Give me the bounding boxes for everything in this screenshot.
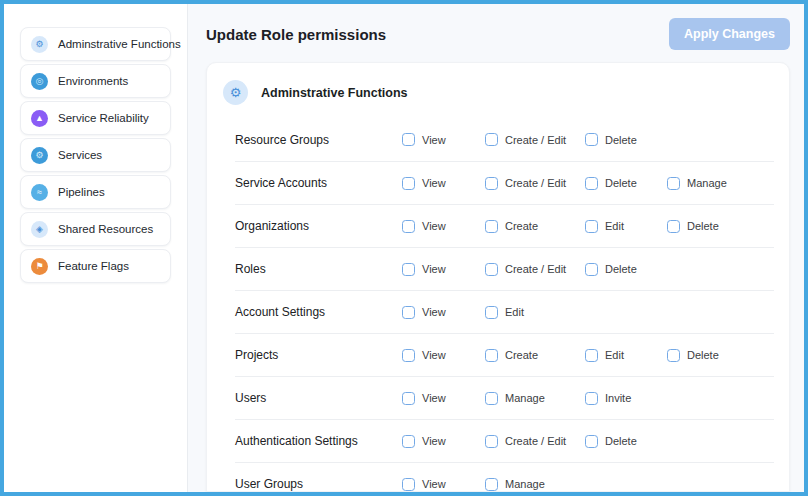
permission-label: Create / Edit: [505, 134, 566, 146]
permission-label: Edit: [605, 349, 624, 361]
permissions-card-title: Adminstrative Functions: [261, 86, 408, 100]
permission-checkbox[interactable]: [667, 220, 680, 233]
permission-label: View: [422, 435, 446, 447]
permission-checkbox[interactable]: [402, 306, 415, 319]
table-row: Account Settings View Edit: [235, 290, 774, 333]
permission-cell: Edit: [585, 220, 667, 233]
resource-label: Projects: [235, 348, 402, 362]
main-header: Update Role permissions Apply Changes: [188, 4, 804, 62]
gear-icon: ⚙: [223, 80, 248, 105]
table-row: Organizations View Create Edit Delete: [235, 204, 774, 247]
app-window: ⚙ Adminstrative Functions ◎ Environments…: [0, 0, 808, 496]
permission-cell: Edit: [585, 349, 667, 362]
permission-checkbox[interactable]: [667, 177, 680, 190]
permission-label: Delete: [605, 134, 637, 146]
permission-checkbox[interactable]: [485, 306, 498, 319]
permission-checkbox[interactable]: [485, 177, 498, 190]
resource-label: Roles: [235, 262, 402, 276]
environments-icon: ◎: [31, 73, 48, 90]
permission-label: View: [422, 392, 446, 404]
permission-checkbox[interactable]: [485, 263, 498, 276]
sidebar-item-feature-flags[interactable]: ⚑ Feature Flags: [20, 249, 171, 283]
permission-cell: View: [402, 220, 485, 233]
table-row: Projects View Create Edit Delete: [235, 333, 774, 376]
sidebar-item-service-reliability[interactable]: ▲ Service Reliability: [20, 101, 171, 135]
services-icon: ⚙: [31, 147, 48, 164]
permission-checkbox[interactable]: [485, 220, 498, 233]
feature-flags-icon: ⚑: [31, 258, 48, 275]
permission-label: Manage: [505, 392, 545, 404]
table-row: Roles View Create / Edit Delete: [235, 247, 774, 290]
permission-cell: View: [402, 478, 485, 491]
permission-label: Delete: [605, 263, 637, 275]
resource-label: Authentication Settings: [235, 434, 402, 448]
permissions-card-header: ⚙ Adminstrative Functions: [207, 63, 789, 118]
permission-cell: Create: [485, 220, 585, 233]
permission-label: Delete: [687, 349, 719, 361]
permission-label: Create / Edit: [505, 435, 566, 447]
permission-checkbox[interactable]: [485, 435, 498, 448]
service-reliability-icon: ▲: [31, 110, 48, 127]
table-row: Service Accounts View Create / Edit Dele…: [235, 161, 774, 204]
permission-checkbox[interactable]: [585, 349, 598, 362]
permission-label: View: [422, 306, 446, 318]
permission-checkbox[interactable]: [402, 392, 415, 405]
permission-cell: View: [402, 133, 485, 146]
permission-checkbox[interactable]: [585, 177, 598, 190]
permission-checkbox[interactable]: [485, 392, 498, 405]
permission-checkbox[interactable]: [667, 349, 680, 362]
permission-cell: Create: [485, 349, 585, 362]
resource-label: Organizations: [235, 219, 402, 233]
shared-resources-icon: ◈: [31, 221, 48, 238]
permission-cell: Create / Edit: [485, 133, 585, 146]
permission-label: View: [422, 177, 446, 189]
resource-label: User Groups: [235, 477, 402, 491]
permission-cell: Create / Edit: [485, 177, 585, 190]
permission-cell: Delete: [667, 220, 774, 233]
permission-checkbox[interactable]: [585, 392, 598, 405]
permission-checkbox[interactable]: [402, 349, 415, 362]
permission-label: Create / Edit: [505, 177, 566, 189]
permission-checkbox[interactable]: [585, 263, 598, 276]
permission-checkbox[interactable]: [585, 220, 598, 233]
table-row: Users View Manage Invite: [235, 376, 774, 419]
sidebar-item-services[interactable]: ⚙ Services: [20, 138, 171, 172]
permission-label: Delete: [605, 435, 637, 447]
permission-cell: Delete: [585, 263, 667, 276]
apply-changes-button[interactable]: Apply Changes: [669, 18, 790, 50]
permission-label: View: [422, 220, 446, 232]
permission-checkbox[interactable]: [402, 435, 415, 448]
permission-checkbox[interactable]: [402, 220, 415, 233]
sidebar-item-shared-resources[interactable]: ◈ Shared Resources: [20, 212, 171, 246]
permission-label: View: [422, 349, 446, 361]
permission-checkbox[interactable]: [585, 133, 598, 146]
sidebar-item-pipelines[interactable]: ≈ Pipelines: [20, 175, 171, 209]
permission-checkbox[interactable]: [402, 177, 415, 190]
permission-checkbox[interactable]: [402, 478, 415, 491]
permission-label: Create: [505, 349, 538, 361]
permission-cell: View: [402, 306, 485, 319]
table-row: Authentication Settings View Create / Ed…: [235, 419, 774, 462]
table-row: Resource Groups View Create / Edit Delet…: [235, 118, 774, 161]
permission-checkbox[interactable]: [485, 478, 498, 491]
permission-cell: Create / Edit: [485, 435, 585, 448]
resource-label: Service Accounts: [235, 176, 402, 190]
permission-cell: Create / Edit: [485, 263, 585, 276]
table-row: User Groups View Manage: [235, 462, 774, 492]
permission-cell: View: [402, 349, 485, 362]
permission-checkbox[interactable]: [585, 435, 598, 448]
resource-label: Resource Groups: [235, 133, 402, 147]
permission-checkbox[interactable]: [485, 133, 498, 146]
sidebar-item-environments[interactable]: ◎ Environments: [20, 64, 171, 98]
permission-label: View: [422, 134, 446, 146]
permission-label: Edit: [505, 306, 524, 318]
permission-label: Invite: [605, 392, 631, 404]
resource-label: Users: [235, 391, 402, 405]
permission-label: Manage: [505, 478, 545, 490]
permission-checkbox[interactable]: [485, 349, 498, 362]
permission-checkbox[interactable]: [402, 263, 415, 276]
sidebar-item-adminstrative-functions[interactable]: ⚙ Adminstrative Functions: [20, 27, 171, 61]
permission-label: Create / Edit: [505, 263, 566, 275]
permission-checkbox[interactable]: [402, 133, 415, 146]
permission-label: Manage: [687, 177, 727, 189]
